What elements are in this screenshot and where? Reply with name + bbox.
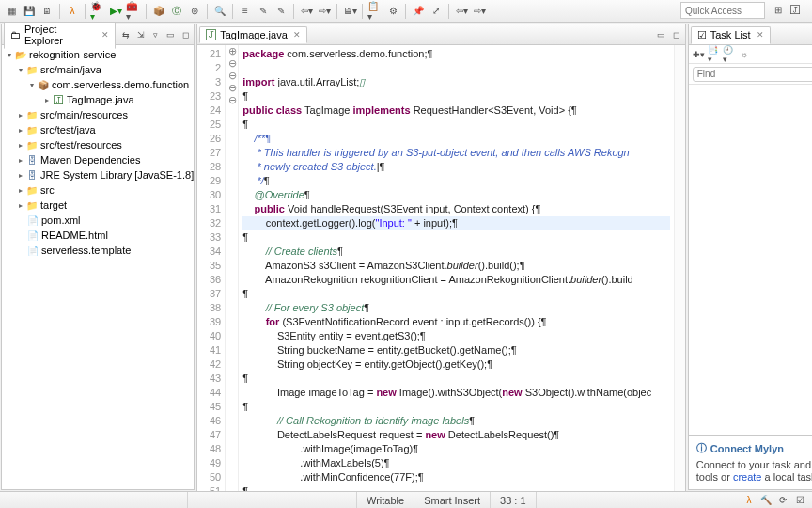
debug-icon[interactable]: 🐞▾ xyxy=(90,4,105,19)
tree-src-test-resources[interactable]: ▸ 📁 src/test/resources xyxy=(2,137,194,152)
right-column: ☑ Task List ✕ ▭ ◻ ✚▾ 📑▾ 🕘▾ ☼ ⟳ ⤒ ▿ xyxy=(687,23,812,491)
new-task-icon[interactable]: ✚▾ xyxy=(693,48,706,61)
save-icon[interactable]: 💾 xyxy=(22,4,37,19)
package-icon: 📦 xyxy=(37,78,50,91)
prev-annotation-icon[interactable]: ⇦▾ xyxy=(299,4,314,19)
open-type-icon[interactable]: ⊚ xyxy=(187,4,202,19)
editor-body[interactable]: 2123232425262728293031323334353637383940… xyxy=(197,45,685,491)
toggle-highlight-icon[interactable]: ✎ xyxy=(273,4,289,19)
chevron-down-icon[interactable]: ▾ xyxy=(26,81,37,89)
library-icon: 🗄 xyxy=(25,168,39,182)
search-icon[interactable]: 🔍 xyxy=(212,4,227,19)
code-area[interactable]: package com.serverless.demo.function;¶ i… xyxy=(239,45,674,491)
status-lambda-icon[interactable]: λ xyxy=(742,494,756,507)
mylyn-heading: Connect Mylyn xyxy=(710,443,784,454)
back-nav-icon[interactable]: ⇦▾ xyxy=(454,4,469,19)
focus-icon[interactable]: ☼ xyxy=(738,48,751,61)
tree-maven-deps[interactable]: ▸ 🗄 Maven Dependencies xyxy=(2,152,194,167)
tree-java-file[interactable]: ▸ 🄹 TagImage.java xyxy=(2,92,194,107)
gear-icon[interactable]: ⚙ xyxy=(385,4,400,19)
chevron-right-icon[interactable]: ▸ xyxy=(15,141,25,150)
lambda-icon[interactable]: λ xyxy=(65,4,80,19)
collapse-all-icon[interactable]: ⇆ xyxy=(119,28,133,41)
open-perspective-icon[interactable]: ⊞ xyxy=(771,2,786,17)
chevron-right-icon[interactable]: ▸ xyxy=(41,96,52,104)
close-icon[interactable]: ✕ xyxy=(102,30,109,40)
project-explorer-panel: 🗀 Project Explorer ✕ ⇆ ⇲ ▿ ▭ ◻ ▾ 📂 rekog… xyxy=(1,24,195,490)
minimize-icon[interactable]: ▭ xyxy=(164,28,178,41)
chevron-right-icon[interactable]: ▸ xyxy=(15,156,25,165)
schedule-icon[interactable]: 🕘▾ xyxy=(723,48,736,61)
chevron-right-icon[interactable]: ▸ xyxy=(15,171,25,180)
status-task-icon[interactable]: ☑ xyxy=(793,494,806,507)
close-icon[interactable]: ✕ xyxy=(757,30,764,40)
pin-icon[interactable]: 📌 xyxy=(411,4,426,19)
source-folder-icon: 📁 xyxy=(25,63,39,76)
chevron-right-icon[interactable]: ▸ xyxy=(15,111,25,119)
task-find-input[interactable] xyxy=(693,67,812,82)
project-icon: 📂 xyxy=(14,48,27,61)
view-menu-icon[interactable]: ▿ xyxy=(149,28,163,41)
link-editor-icon[interactable]: ⇲ xyxy=(134,28,148,41)
status-insert: Smart Insert xyxy=(414,492,491,508)
maximize-icon[interactable]: ◻ xyxy=(670,28,683,41)
chevron-right-icon[interactable]: ▸ xyxy=(15,126,25,135)
tree-src[interactable]: ▸ 📁 src xyxy=(2,183,194,198)
chevron-down-icon[interactable]: ▾ xyxy=(4,51,14,59)
mylyn-text2: a local task. xyxy=(761,471,812,483)
tree-target[interactable]: ▸ 📁 target xyxy=(2,198,194,213)
close-icon[interactable]: ✕ xyxy=(293,30,301,40)
tree-template[interactable]: 📄 serverless.template xyxy=(2,243,194,258)
main-toolbar: ▦ 💾 🗎 λ 🐞▾ ▶▾ 🧰▾ 📦 Ⓒ ⊚ 🔍 ≡ ✎ ✎ ⇦▾ ⇨▾ 🖥▾ … xyxy=(0,0,812,23)
editor-tab[interactable]: 🄹 TagImage.java ✕ xyxy=(199,26,307,43)
tree-package[interactable]: ▾ 📦 com.serverless.demo.function xyxy=(2,77,194,92)
tree-src-main-resources[interactable]: ▸ 📁 src/main/resources xyxy=(2,107,194,122)
tree-src-main-java[interactable]: ▾ 📁 src/main/java xyxy=(2,62,194,77)
open-task-icon[interactable]: 📋▾ xyxy=(367,4,383,19)
tree-project[interactable]: ▾ 📂 rekognition-service xyxy=(2,47,194,62)
line-gutter: 2123232425262728293031323334353637383940… xyxy=(197,45,226,491)
new-class-icon[interactable]: Ⓒ xyxy=(169,4,184,19)
mylyn-create-link[interactable]: create xyxy=(733,471,762,483)
task-list-tab[interactable]: ☑ Task List ✕ xyxy=(691,26,771,44)
task-list-icon: ☑ xyxy=(697,29,707,41)
next-annotation-icon[interactable]: ⇨▾ xyxy=(317,4,332,19)
xml-file-icon: 📄 xyxy=(26,214,39,227)
java-file-icon: 🄹 xyxy=(52,93,65,106)
info-icon: ⓘ xyxy=(696,441,707,455)
toggle-mark-icon[interactable]: ✎ xyxy=(256,4,271,19)
chevron-right-icon[interactable]: ▸ xyxy=(15,201,25,210)
maximize-icon[interactable]: ◻ xyxy=(180,28,193,41)
status-build-icon[interactable]: 🔨 xyxy=(759,494,773,507)
folder-nav-icon: 🗀 xyxy=(10,29,21,40)
source-folder-icon: 📁 xyxy=(25,138,39,151)
status-bar: Writable Smart Insert 33 : 1 λ 🔨 ⟳ ☑ xyxy=(0,491,812,508)
quick-access-input[interactable] xyxy=(680,2,765,19)
java-perspective-icon[interactable]: 🄹 xyxy=(788,2,803,17)
folder-icon: 📁 xyxy=(25,198,39,212)
new-package-icon[interactable]: 📦 xyxy=(151,4,166,19)
editor-tab-title: TagImage.java xyxy=(220,29,288,40)
tree-src-test-java[interactable]: ▸ 📁 src/test/java xyxy=(2,122,194,137)
run-icon[interactable]: ▶▾ xyxy=(108,4,123,19)
fold-gutter[interactable]: ⊕⊖⊖⊖⊖ xyxy=(226,45,239,491)
task-list-title: Task List xyxy=(710,29,751,40)
categorize-icon[interactable]: 📑▾ xyxy=(708,48,721,61)
overview-ruler[interactable] xyxy=(674,45,685,491)
tree-pom[interactable]: 📄 pom.xml xyxy=(2,213,194,228)
new-icon[interactable]: ▦ xyxy=(4,4,19,19)
status-sync-icon[interactable]: ⟳ xyxy=(776,494,789,507)
expand-icon[interactable]: ⤢ xyxy=(429,4,444,19)
tree-jre[interactable]: ▸ 🗄 JRE System Library [JavaSE-1.8] xyxy=(2,167,194,183)
chevron-right-icon[interactable]: ▸ xyxy=(15,186,25,195)
ext-tools-icon[interactable]: 🧰▾ xyxy=(126,4,141,19)
folder-icon: 📁 xyxy=(25,183,39,197)
chevron-down-icon[interactable]: ▾ xyxy=(15,66,25,74)
new-server-icon[interactable]: 🖥▾ xyxy=(342,4,357,19)
source-folder-icon: 📁 xyxy=(25,108,39,121)
toggle-breadcrumb-icon[interactable]: ≡ xyxy=(238,4,253,19)
tree-readme[interactable]: 📄 README.html xyxy=(2,228,194,243)
save-all-icon[interactable]: 🗎 xyxy=(39,4,55,19)
minimize-icon[interactable]: ▭ xyxy=(655,28,668,41)
forward-nav-icon[interactable]: ⇨▾ xyxy=(472,4,487,19)
